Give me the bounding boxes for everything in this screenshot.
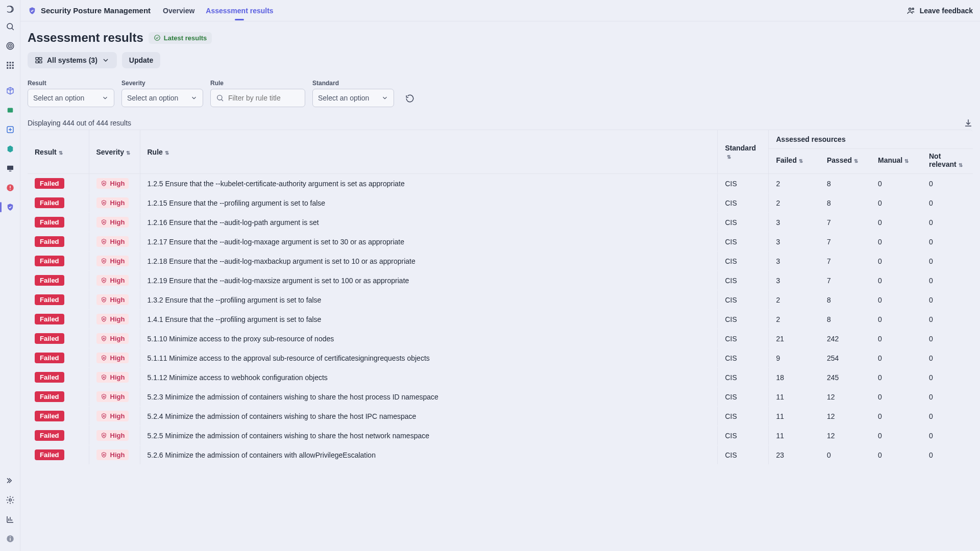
rail-box-green-icon[interactable] [4,104,16,116]
standard-select[interactable]: Select an option [312,89,394,107]
severity-badge: High [96,294,129,305]
rail-monitor-icon[interactable] [4,162,16,174]
col-header-passed[interactable]: Passed⇅ [820,149,871,174]
severity-select-placeholder: Select an option [127,94,178,102]
table-row[interactable]: Failed High 1.2.15 Ensure that the --pro… [28,193,973,213]
shield-x-icon [101,452,107,458]
severity-badge: High [96,430,129,441]
rule-cell: 5.1.11 Minimize access to the approval s… [140,348,718,368]
rule-cell: 1.3.2 Ensure that the --profiling argume… [140,290,718,310]
svg-rect-12 [9,67,11,69]
table-row[interactable]: Failed High 1.3.2 Ensure that the --prof… [28,290,973,310]
severity-select[interactable]: Select an option [121,89,203,107]
passed-cell: 0 [820,445,871,465]
table-row[interactable]: Failed High 1.2.16 Ensure that the --aud… [28,213,973,232]
table-row[interactable]: Failed High 5.2.3 Minimize the admission… [28,387,973,407]
latest-results-chip: Latest results [149,32,212,44]
result-select[interactable]: Select an option [28,89,114,107]
reset-filters-button[interactable] [401,90,419,107]
manual-cell: 0 [871,271,922,290]
standard-cell: CIS [718,329,769,348]
topbar: Security Posture Management Overview Ass… [20,0,980,21]
col-header-rule[interactable]: Rule⇅ [140,130,718,174]
result-badge: Failed [35,256,64,266]
severity-badge: High [96,372,129,383]
filter-result: Result Select an option [28,80,114,107]
table-row[interactable]: Failed High 5.2.6 Minimize the admission… [28,445,973,465]
svg-rect-8 [7,65,8,66]
tab-overview[interactable]: Overview [163,2,194,20]
filter-severity: Severity Select an option [121,80,203,107]
rail-home-icon[interactable] [4,3,16,15]
chart-icon[interactable] [4,513,16,525]
notrelevant-cell: 0 [922,174,973,193]
radar-icon[interactable] [4,40,16,52]
svg-point-0 [7,23,13,29]
severity-badge: High [96,449,129,460]
systems-dropdown[interactable]: All systems (3) [28,52,117,68]
svg-rect-31 [39,58,42,60]
download-icon[interactable] [964,118,973,128]
page-title: Assessment results [28,31,143,45]
rail-cube-icon[interactable] [4,85,16,97]
rule-cell: 5.1.12 Minimize access to webhook config… [140,368,718,387]
standard-cell: CIS [718,252,769,271]
app-title-text: Security Posture Management [41,6,151,15]
table-row[interactable]: Failed High 5.1.11 Minimize access to th… [28,348,973,368]
shield-x-icon [101,374,107,381]
col-header-notrelevant[interactable]: Not relevant⇅ [922,149,973,174]
undo-icon [405,94,414,103]
table-row[interactable]: Failed High 5.1.10 Minimize access to th… [28,329,973,348]
rule-cell: 5.2.3 Minimize the admission of containe… [140,387,718,407]
severity-badge: High [96,314,129,324]
apps-grid-icon[interactable] [4,59,16,71]
rule-search-input-wrap[interactable] [210,89,305,107]
table-row[interactable]: Failed High 5.2.4 Minimize the admission… [28,407,973,426]
result-badge: Failed [35,275,64,286]
manual-cell: 0 [871,232,922,252]
svg-rect-11 [7,67,8,69]
svg-point-29 [155,35,160,41]
rail-plus-icon[interactable] [4,123,16,136]
tab-assessment-results[interactable]: Assessment results [206,2,273,20]
search-icon[interactable] [4,20,16,33]
result-count-row: Displaying 444 out of 444 results [28,118,973,128]
col-header-assessed: Assessed resources [769,130,973,149]
table-row[interactable]: Failed High 1.2.18 Ensure that the --aud… [28,252,973,271]
notrelevant-cell: 0 [922,271,973,290]
svg-rect-14 [7,108,13,113]
update-button[interactable]: Update [122,52,160,68]
result-badge: Failed [35,353,64,363]
svg-rect-5 [7,62,8,63]
table-row[interactable]: Failed High 1.4.1 Ensure that the --prof… [28,310,973,329]
table-row[interactable]: Failed High 5.2.5 Minimize the admission… [28,426,973,445]
standard-cell: CIS [718,407,769,426]
rail-shield-active-icon[interactable] [4,201,16,213]
manual-cell: 0 [871,407,922,426]
leave-feedback-button[interactable]: Leave feedback [906,6,973,15]
table-row[interactable]: Failed High 1.2.19 Ensure that the --aud… [28,271,973,290]
table-row[interactable]: Failed High 5.1.12 Minimize access to we… [28,368,973,387]
col-header-failed[interactable]: Failed⇅ [769,149,820,174]
shield-x-icon [101,316,107,322]
shield-x-icon [101,393,107,400]
rail-alert-icon[interactable] [4,182,16,194]
gear-icon[interactable] [4,494,16,506]
standard-cell: CIS [718,271,769,290]
rule-search-input[interactable] [228,94,300,102]
shield-x-icon [101,296,107,303]
col-header-severity[interactable]: Severity⇅ [89,130,140,174]
expand-rail-icon[interactable] [4,474,16,487]
rail-hex-icon[interactable] [4,143,16,155]
col-header-result[interactable]: Result⇅ [28,130,89,174]
col-header-manual[interactable]: Manual⇅ [871,149,922,174]
info-icon[interactable] [4,533,16,545]
chevron-down-icon [190,94,198,102]
col-header-standard[interactable]: Standard⇅ [718,130,769,174]
app-title: Security Posture Management [28,6,151,15]
svg-rect-21 [10,186,11,188]
rule-cell: 1.2.5 Ensure that the --kubelet-certific… [140,174,718,193]
table-row[interactable]: Failed High 1.2.17 Ensure that the --aud… [28,232,973,252]
severity-badge: High [96,353,129,363]
table-row[interactable]: Failed High 1.2.5 Ensure that the --kube… [28,174,973,193]
